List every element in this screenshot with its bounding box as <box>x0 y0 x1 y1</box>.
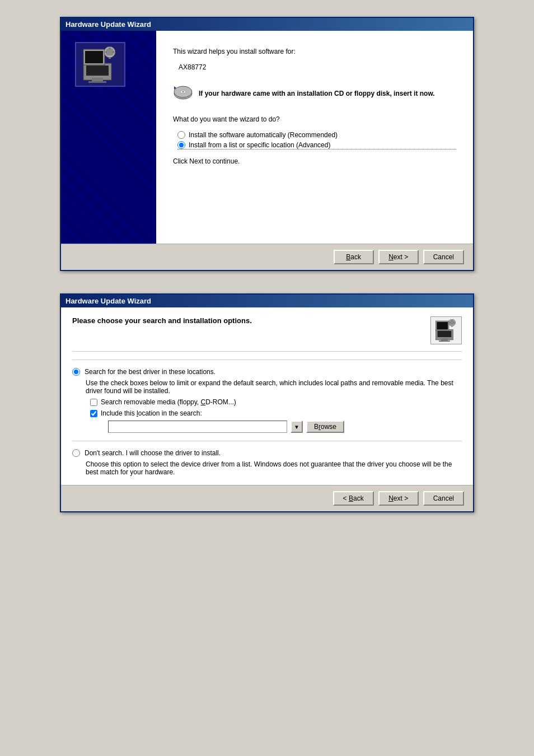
checkbox-removable[interactable] <box>90 399 97 406</box>
svg-rect-29 <box>454 322 455 323</box>
click-next-text: Click Next to continue. <box>173 157 456 165</box>
wizard1-cancel-label: Cancel <box>433 253 454 261</box>
svg-rect-1 <box>86 66 109 76</box>
wizard2-back-label: < Back <box>343 494 364 502</box>
wizard2-cancel-label: Cancel <box>433 494 454 502</box>
wizard2-back-button[interactable]: < Back <box>333 491 374 506</box>
cd-icon <box>173 82 193 104</box>
radio-search-input[interactable] <box>72 368 80 376</box>
wizard2-hardware-svg <box>434 319 458 342</box>
option2-row[interactable]: Don't search. I will choose the driver t… <box>72 449 462 457</box>
svg-rect-11 <box>113 51 114 53</box>
option2-section: Don't search. I will choose the driver t… <box>72 449 462 476</box>
option1-label: Search for the best driver in these loca… <box>85 368 216 376</box>
wizard1-titlebar: Hardware Update Wizard <box>61 18 473 31</box>
svg-rect-21 <box>439 340 450 342</box>
option1-desc: Use the check boxes below to limit or ex… <box>86 379 462 395</box>
wizard1-next-button[interactable]: Next > <box>378 250 419 264</box>
svg-rect-25 <box>450 320 454 324</box>
wizard1-next-label: Next > <box>388 253 408 261</box>
wizard2-titlebar: Hardware Update Wizard <box>61 295 473 307</box>
svg-rect-10 <box>105 51 107 53</box>
radio-dont-search-input[interactable] <box>72 449 80 457</box>
install-options: Install the software automatically (Reco… <box>177 131 456 150</box>
wizard2-hw-icon <box>430 316 462 344</box>
wizard1-sidebar <box>61 31 156 244</box>
svg-rect-19 <box>438 331 452 337</box>
wizard2-dialog: Hardware Update Wizard Please choose you… <box>60 293 474 512</box>
wizard2-header: Please choose your search and installati… <box>72 316 462 352</box>
wizard1-body: This wizard helps you install software f… <box>61 31 473 244</box>
question-text: What do you want the wizard to do? <box>173 115 456 123</box>
wizard1-back-button[interactable]: Back <box>334 250 374 264</box>
radio-advanced[interactable]: Install from a list or specific location… <box>177 141 456 150</box>
cd-svg <box>173 82 193 100</box>
intro-text: This wizard helps you install software f… <box>173 48 456 55</box>
wizard2-cancel-button[interactable]: Cancel <box>423 491 464 506</box>
location-row: ▼ Browse <box>108 421 462 433</box>
svg-rect-7 <box>106 49 113 55</box>
checkbox-location[interactable] <box>90 410 97 417</box>
radio-advanced-input[interactable] <box>177 141 185 149</box>
wizard1-back-label: Back <box>346 253 361 261</box>
svg-rect-23 <box>437 322 448 330</box>
location-input[interactable] <box>108 421 287 433</box>
cd-hint-box: If your hardware came with an installati… <box>173 82 456 104</box>
dropdown-arrow[interactable]: ▼ <box>291 421 303 433</box>
option2-label: Don't search. I will choose the driver t… <box>85 449 221 457</box>
option2-desc: Choose this option to select the device … <box>86 460 462 476</box>
wizard2-body: Please choose your search and installati… <box>61 307 473 485</box>
wizard2-footer: < Back Next > Cancel <box>61 485 473 511</box>
wizard2-sep2 <box>72 441 462 441</box>
cd-hint-text: If your hardware came with an installati… <box>199 90 435 97</box>
svg-rect-27 <box>451 326 452 327</box>
wizard2-next-button[interactable]: Next > <box>378 491 419 506</box>
svg-rect-8 <box>109 48 111 49</box>
wizard1-content: This wizard helps you install software f… <box>156 31 473 244</box>
wizard2-section-title: Please choose your search and installati… <box>72 316 252 325</box>
option1-row[interactable]: Search for the best driver in these loca… <box>72 368 462 376</box>
radio-advanced-label: Install from a list or specific location… <box>189 141 330 149</box>
svg-rect-3 <box>88 81 106 83</box>
checkbox-area: Search removable media (floppy, CD-ROM..… <box>90 398 462 433</box>
browse-button[interactable]: Browse <box>306 421 344 433</box>
wizard1-footer: Back Next > Cancel <box>61 244 473 270</box>
svg-rect-9 <box>109 57 111 59</box>
svg-rect-26 <box>451 320 452 321</box>
wizard2-title: Hardware Update Wizard <box>65 297 151 305</box>
hardware-icon <box>81 46 120 83</box>
svg-rect-28 <box>449 322 451 323</box>
svg-point-16 <box>182 91 184 92</box>
radio-auto-label: Install the software automatically (Reco… <box>189 131 338 139</box>
wizard1-icon-box <box>75 42 125 87</box>
wizard2-sep1 <box>72 360 462 360</box>
wizard1-title: Hardware Update Wizard <box>65 20 151 29</box>
svg-rect-20 <box>441 338 448 340</box>
svg-rect-2 <box>92 78 103 81</box>
radio-auto[interactable]: Install the software automatically (Reco… <box>177 131 456 139</box>
device-name: AX88772 <box>179 63 456 71</box>
wizard1-cancel-button[interactable]: Cancel <box>423 250 464 264</box>
browse-label: Browse <box>314 423 336 431</box>
checkbox2-text: Include this location in the search: <box>101 409 202 417</box>
wizard2-next-label: Next > <box>388 494 408 502</box>
wizard1-dialog: Hardware Update Wizard <box>60 17 474 271</box>
checkbox1-label[interactable]: Search removable media (floppy, CD-ROM..… <box>90 398 462 406</box>
option1-section: Search for the best driver in these loca… <box>72 368 462 433</box>
checkbox1-text: Search removable media (floppy, CD-ROM..… <box>101 398 236 406</box>
radio-auto-input[interactable] <box>177 131 185 139</box>
checkbox2-label[interactable]: Include this location in the search: <box>90 409 462 417</box>
svg-rect-5 <box>85 51 103 63</box>
